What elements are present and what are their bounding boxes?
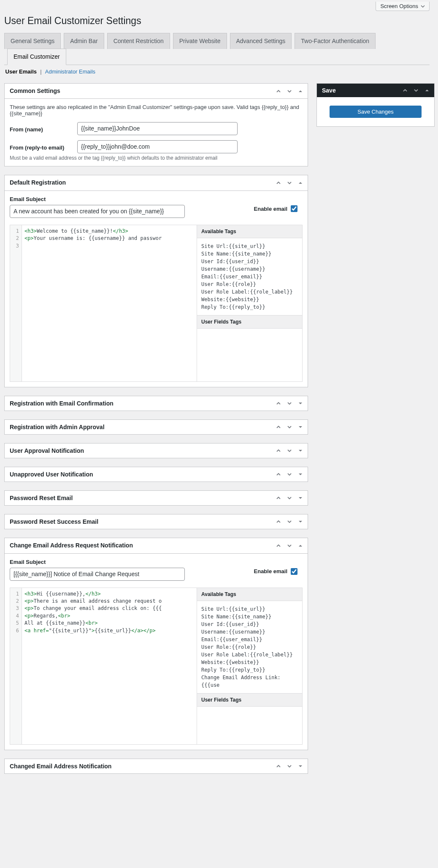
move-up-button[interactable] bbox=[273, 539, 284, 552]
change-email-request-title: Change Email Address Request Notificatio… bbox=[5, 538, 273, 553]
move-down-button[interactable] bbox=[284, 468, 295, 481]
save-header-title: Save bbox=[317, 84, 400, 97]
enable-email-checkbox[interactable] bbox=[291, 568, 297, 575]
default-registration-postbox: Default Registration Email Subject bbox=[4, 175, 308, 387]
toggle-button[interactable] bbox=[295, 85, 306, 98]
tab-advanced-settings[interactable]: Advanced Settings bbox=[230, 33, 292, 49]
toggle-button[interactable] bbox=[295, 760, 306, 773]
postbox-registration-with-admin-approval: Registration with Admin Approval bbox=[4, 419, 308, 435]
code-content: <h3>Hi {{username}},</h3> <p>There is an… bbox=[22, 588, 197, 744]
tab-content-restriction[interactable]: Content Restriction bbox=[107, 33, 170, 49]
tab-nav: General SettingsAdmin BarContent Restric… bbox=[4, 29, 430, 65]
email-subject-input[interactable] bbox=[10, 205, 185, 218]
user-fields-tags-header: User Fields Tags bbox=[197, 693, 302, 707]
changed-email-notification-postbox: Changed Email Address Notification bbox=[4, 759, 308, 774]
tab-email-customizer[interactable]: Email Customizer bbox=[7, 49, 66, 65]
toggle-button[interactable] bbox=[295, 468, 306, 481]
chevron-down-icon bbox=[421, 4, 425, 8]
move-down-button[interactable] bbox=[284, 539, 295, 552]
change-email-request-postbox: Change Email Address Request Notificatio… bbox=[4, 538, 308, 750]
move-down-button[interactable] bbox=[284, 492, 295, 504]
move-down-button[interactable] bbox=[411, 84, 422, 97]
from-name-label: From (name) bbox=[10, 124, 81, 133]
save-changes-button[interactable]: Save Changes bbox=[330, 106, 422, 118]
postbox-title: Password Reset Email bbox=[5, 491, 273, 505]
sub-tab-admin-emails[interactable]: Administrator Emails bbox=[44, 67, 96, 76]
available-tags-body: Site Url:{{site_url}} Site Name:{{site_n… bbox=[197, 601, 302, 693]
move-up-button[interactable] bbox=[273, 515, 284, 528]
toggle-button[interactable] bbox=[295, 421, 306, 433]
email-body-editor: 123456 <h3>Hi {{username}},</h3> <p>Ther… bbox=[10, 588, 303, 745]
move-down-button[interactable] bbox=[284, 760, 295, 773]
postbox-title: Registration with Email Confirmation bbox=[5, 396, 273, 411]
default-registration-title: Default Registration bbox=[5, 175, 273, 190]
move-up-button[interactable] bbox=[273, 421, 284, 433]
email-subject-label: Email Subject bbox=[10, 196, 185, 202]
move-up-button[interactable] bbox=[273, 468, 284, 481]
postbox-registration-with-email-confirmation: Registration with Email Confirmation bbox=[4, 396, 308, 411]
postbox-title: Unapproved User Notification bbox=[5, 467, 273, 482]
move-down-button[interactable] bbox=[284, 421, 295, 433]
move-up-button[interactable] bbox=[400, 84, 411, 97]
changed-email-notification-title: Changed Email Address Notification bbox=[5, 759, 273, 773]
code-content: <h3>Welcome to {{site_name}}!</h3> <p>Yo… bbox=[22, 225, 197, 381]
toggle-button[interactable] bbox=[422, 84, 433, 97]
move-up-button[interactable] bbox=[273, 492, 284, 504]
common-settings-title: Common Settings bbox=[5, 84, 273, 99]
move-up-button[interactable] bbox=[273, 85, 284, 98]
postbox-password-reset-email: Password Reset Email bbox=[4, 490, 308, 506]
postbox-title: User Approval Notification bbox=[5, 444, 273, 458]
move-up-button[interactable] bbox=[273, 444, 284, 457]
move-up-button[interactable] bbox=[273, 397, 284, 410]
email-subject-label: Email Subject bbox=[10, 559, 185, 565]
screen-options-button[interactable]: Screen Options bbox=[376, 2, 430, 11]
move-down-button[interactable] bbox=[284, 177, 295, 189]
line-gutter: 123456 bbox=[10, 588, 22, 744]
tab-private-website[interactable]: Private Website bbox=[173, 33, 227, 49]
line-gutter: 123 bbox=[10, 225, 22, 381]
user-fields-tags-body bbox=[197, 707, 302, 744]
toggle-button[interactable] bbox=[295, 397, 306, 410]
enable-email-checkbox[interactable] bbox=[291, 205, 297, 212]
code-editor[interactable]: 123456 <h3>Hi {{username}},</h3> <p>Ther… bbox=[10, 588, 197, 744]
save-postbox: Save Save Changes bbox=[316, 83, 435, 127]
toggle-button[interactable] bbox=[295, 444, 306, 457]
available-tags-body: Site Url:{{site_url}} Site Name:{{site_n… bbox=[197, 238, 302, 315]
toggle-button[interactable] bbox=[295, 539, 306, 552]
user-fields-tags-header: User Fields Tags bbox=[197, 315, 302, 329]
enable-email-label: Enable email bbox=[254, 568, 287, 574]
sub-tab-list: User Emails | Administrator Emails bbox=[4, 68, 430, 75]
common-settings-intro: These settings are also replicated in th… bbox=[10, 104, 303, 117]
move-down-button[interactable] bbox=[284, 515, 295, 528]
code-editor[interactable]: 123 <h3>Welcome to {{site_name}}!</h3> <… bbox=[10, 225, 197, 381]
move-down-button[interactable] bbox=[284, 397, 295, 410]
postbox-title: Password Reset Success Email bbox=[5, 514, 273, 529]
postbox-password-reset-success-email: Password Reset Success Email bbox=[4, 514, 308, 529]
move-up-button[interactable] bbox=[273, 760, 284, 773]
from-name-input[interactable] bbox=[77, 122, 238, 135]
postbox-unapproved-user-notification: Unapproved User Notification bbox=[4, 467, 308, 482]
sub-tab-user-emails[interactable]: User Emails bbox=[4, 67, 38, 76]
page-title: User Email Customizer Settings bbox=[4, 11, 430, 29]
move-down-button[interactable] bbox=[284, 85, 295, 98]
available-tags-header: Available Tags bbox=[197, 225, 302, 238]
reply-to-label: From (reply-to email) bbox=[10, 142, 81, 151]
available-tags-header: Available Tags bbox=[197, 588, 302, 601]
user-fields-tags-body bbox=[197, 329, 302, 381]
tab-two-factor-authentication[interactable]: Two-Factor Authentication bbox=[295, 33, 376, 49]
move-down-button[interactable] bbox=[284, 444, 295, 457]
tab-admin-bar[interactable]: Admin Bar bbox=[64, 33, 104, 49]
tab-general-settings[interactable]: General Settings bbox=[4, 33, 61, 49]
toggle-button[interactable] bbox=[295, 177, 306, 189]
screen-options-label: Screen Options bbox=[380, 3, 418, 9]
enable-email-label: Enable email bbox=[254, 206, 287, 212]
postbox-user-approval-notification: User Approval Notification bbox=[4, 443, 308, 458]
toggle-button[interactable] bbox=[295, 492, 306, 504]
email-body-editor: 123 <h3>Welcome to {{site_name}}!</h3> <… bbox=[10, 225, 303, 382]
email-subject-input[interactable] bbox=[10, 568, 185, 581]
toggle-button[interactable] bbox=[295, 515, 306, 528]
move-up-button[interactable] bbox=[273, 177, 284, 189]
reply-to-input[interactable] bbox=[77, 140, 238, 153]
common-settings-postbox: Common Settings These settings are also … bbox=[4, 83, 308, 167]
reply-to-description: Must be a valid email address or the tag… bbox=[10, 155, 303, 161]
